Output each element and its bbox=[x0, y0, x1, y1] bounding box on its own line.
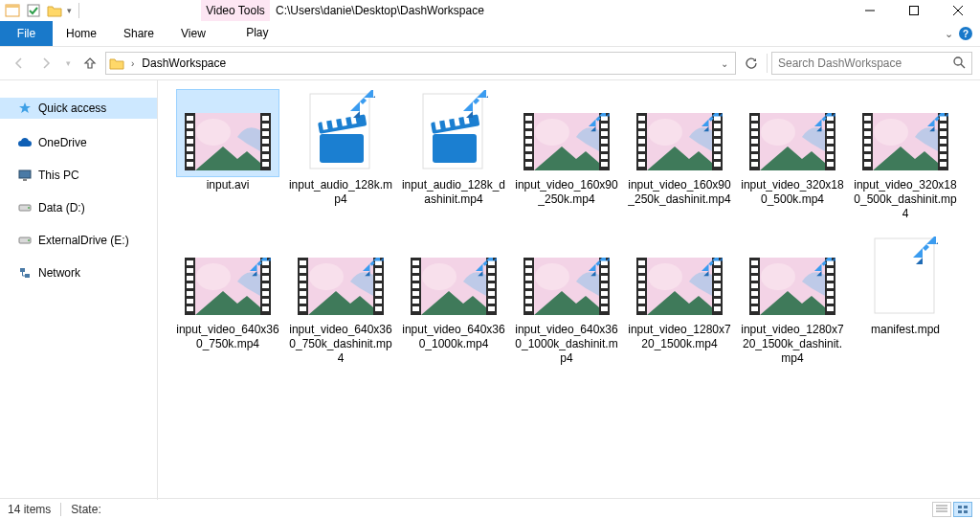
video-tools-label: Video Tools bbox=[201, 0, 270, 21]
details-view-button[interactable] bbox=[932, 502, 951, 517]
file-item[interactable]: input_audio_128k_dashinit.mp4 bbox=[397, 90, 510, 221]
file-thumbnail bbox=[516, 90, 617, 176]
file-list[interactable]: input.avi input_audio_128k.mp4 input_aud… bbox=[158, 80, 980, 500]
svg-point-8 bbox=[954, 57, 962, 65]
file-thumbnail bbox=[403, 90, 504, 176]
file-item[interactable]: input_video_320x180_500k.mp4 bbox=[736, 90, 849, 221]
view-tab[interactable]: View bbox=[167, 21, 219, 46]
svg-marker-20 bbox=[373, 91, 375, 98]
file-name-label: input_video_160x90_250k.mp4 bbox=[514, 176, 619, 207]
file-item[interactable]: input_video_640x360_750k_dashinit.mp4 bbox=[284, 235, 397, 366]
sidebar-label: Quick access bbox=[38, 102, 106, 115]
back-button[interactable] bbox=[8, 52, 31, 75]
file-thumbnail bbox=[290, 90, 391, 176]
file-thumbnail bbox=[855, 235, 956, 321]
drive-icon bbox=[17, 200, 33, 215]
recent-locations-button[interactable]: ▾ bbox=[61, 52, 75, 75]
contextual-tab-group: Video Tools bbox=[201, 0, 270, 21]
sidebar-item-onedrive[interactable]: OneDrive bbox=[0, 132, 157, 153]
svg-rect-90 bbox=[964, 506, 968, 508]
explorer-body: Quick access OneDrive This PC Data (D:) … bbox=[0, 80, 980, 500]
svg-rect-91 bbox=[958, 510, 962, 513]
file-name-label: input.avi bbox=[175, 176, 280, 192]
sidebar-label: Data (D:) bbox=[38, 201, 85, 214]
sidebar-label: ExternalDrive (E:) bbox=[38, 234, 129, 247]
search-box[interactable] bbox=[771, 52, 972, 75]
svg-rect-16 bbox=[20, 268, 25, 272]
up-button[interactable] bbox=[78, 52, 101, 75]
play-tab[interactable]: Play bbox=[223, 21, 292, 46]
svg-rect-2 bbox=[28, 5, 39, 16]
minimize-button[interactable] bbox=[848, 0, 892, 21]
file-item[interactable]: input_video_160x90_250k_dashinit.mp4 bbox=[623, 90, 736, 221]
refresh-button[interactable] bbox=[740, 52, 763, 75]
cloud-icon bbox=[17, 135, 33, 150]
file-name-label: input_video_640x360_1000k_dashinit.mp4 bbox=[514, 321, 619, 366]
file-thumbnail bbox=[629, 235, 730, 321]
sidebar-item-network[interactable]: Network bbox=[0, 262, 157, 283]
drive-icon bbox=[17, 233, 33, 248]
file-name-label: manifest.mpd bbox=[853, 321, 958, 337]
icons-view-button[interactable] bbox=[953, 502, 972, 517]
sidebar-item-external[interactable]: ExternalDrive (E:) bbox=[0, 230, 157, 251]
svg-rect-5 bbox=[910, 7, 919, 15]
svg-rect-89 bbox=[958, 506, 962, 508]
file-name-label: input_video_640x360_750k_dashinit.mp4 bbox=[288, 321, 393, 366]
status-bar: 14 items State: bbox=[0, 498, 980, 519]
file-item[interactable]: input_video_1280x720_1500k.mp4 bbox=[623, 235, 736, 366]
item-count: 14 items bbox=[8, 503, 51, 516]
sidebar-item-thispc[interactable]: This PC bbox=[0, 165, 157, 186]
file-item[interactable]: input_video_1280x720_1500k_dashinit.mp4 bbox=[736, 235, 849, 366]
svg-point-15 bbox=[28, 239, 30, 241]
address-bar[interactable]: › DashWorkspace ⌄ bbox=[105, 52, 736, 75]
file-thumbnail bbox=[855, 90, 956, 176]
qat-overflow[interactable]: ▾ bbox=[65, 0, 73, 21]
svg-line-9 bbox=[961, 64, 965, 68]
sidebar-item-quick-access[interactable]: Quick access bbox=[0, 98, 157, 119]
address-dropdown-icon[interactable]: ⌄ bbox=[716, 58, 733, 69]
file-thumbnail bbox=[177, 90, 278, 176]
share-tab[interactable]: Share bbox=[110, 21, 167, 46]
home-tab[interactable]: Home bbox=[53, 21, 110, 46]
ribbon-expand-icon[interactable]: ⌄ bbox=[945, 28, 953, 40]
file-thumbnail bbox=[516, 235, 617, 321]
search-input[interactable] bbox=[778, 56, 952, 70]
svg-rect-11 bbox=[23, 179, 27, 181]
file-thumbnail bbox=[403, 235, 504, 321]
svg-rect-3 bbox=[78, 3, 79, 18]
svg-rect-92 bbox=[964, 510, 968, 513]
file-tab[interactable]: File bbox=[0, 21, 53, 46]
qat-properties-icon[interactable] bbox=[23, 0, 44, 21]
qat-file-icon[interactable] bbox=[2, 0, 23, 21]
title-bar: ▾ Video Tools C:\Users\danie\Desktop\Das… bbox=[0, 0, 980, 21]
window-title: C:\Users\danie\Desktop\DashWorkspace bbox=[276, 0, 484, 21]
breadcrumb-chevron-icon[interactable]: › bbox=[129, 58, 136, 69]
file-name-label: input_audio_128k.mp4 bbox=[288, 176, 393, 207]
file-name-label: input_video_320x180_500k_dashinit.mp4 bbox=[853, 176, 958, 221]
forward-button[interactable] bbox=[34, 52, 57, 75]
file-thumbnail bbox=[742, 235, 843, 321]
qat-divider bbox=[73, 0, 86, 21]
file-item[interactable]: input.avi bbox=[171, 90, 284, 221]
file-item[interactable]: input_video_640x360_750k.mp4 bbox=[171, 235, 284, 366]
file-name-label: input_audio_128k_dashinit.mp4 bbox=[401, 176, 506, 207]
file-item[interactable]: input_video_640x360_1000k_dashinit.mp4 bbox=[510, 235, 623, 366]
svg-marker-26 bbox=[486, 91, 488, 98]
search-icon[interactable] bbox=[952, 56, 966, 72]
file-name-label: input_video_1280x720_1500k.mp4 bbox=[627, 321, 732, 351]
file-item[interactable]: input_audio_128k.mp4 bbox=[284, 90, 397, 221]
breadcrumb-segment[interactable]: DashWorkspace bbox=[140, 56, 228, 70]
close-button[interactable] bbox=[936, 0, 980, 21]
file-item[interactable]: manifest.mpd bbox=[849, 235, 962, 366]
maximize-button[interactable] bbox=[892, 0, 936, 21]
file-item[interactable]: input_video_320x180_500k_dashinit.mp4 bbox=[849, 90, 962, 221]
sidebar-item-data[interactable]: Data (D:) bbox=[0, 197, 157, 218]
file-item[interactable]: input_video_160x90_250k.mp4 bbox=[510, 90, 623, 221]
state-label: State: bbox=[71, 503, 100, 516]
qat-folder-icon[interactable] bbox=[44, 0, 65, 21]
help-icon[interactable]: ? bbox=[959, 27, 972, 40]
file-item[interactable]: input_video_640x360_1000k.mp4 bbox=[397, 235, 510, 366]
ribbon-tabs: File Home Share View Play ⌄ ? bbox=[0, 21, 980, 46]
quick-access-toolbar: ▾ bbox=[0, 0, 88, 21]
svg-point-13 bbox=[28, 207, 30, 209]
